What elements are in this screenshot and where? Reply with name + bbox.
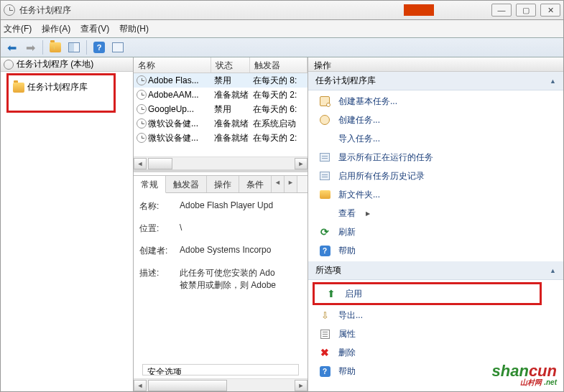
scroll-right-button[interactable]: ► bbox=[295, 158, 308, 169]
toolbar: ⬅ ➡ ↑ ? bbox=[0, 37, 564, 57]
nav-tree: 任务计划程序 (本地) 任务计划程序库 bbox=[1, 57, 134, 391]
task-trigger: 在每天的 6: bbox=[250, 103, 308, 116]
help-icon: ? bbox=[93, 42, 105, 53]
main-area: 任务计划程序 (本地) 任务计划程序库 名称 状态 触发器 Adobe Flas… bbox=[0, 57, 564, 392]
highlight-annotation: ⬆启用 bbox=[313, 282, 542, 305]
arrow-left-icon: ⬅ bbox=[7, 41, 17, 55]
tree-item-library[interactable]: 任务计划程序库 bbox=[11, 80, 111, 95]
back-button[interactable]: ⬅ bbox=[4, 39, 19, 55]
section-label: 所选项 bbox=[315, 264, 341, 276]
tab-scroll-right[interactable]: ► bbox=[285, 176, 297, 192]
up-folder-button[interactable]: ↑ bbox=[47, 39, 63, 55]
list-icon bbox=[320, 153, 330, 162]
new-task-icon bbox=[320, 96, 330, 106]
task-row[interactable]: 微软设备健... 准备就绪 在每天的 2: bbox=[134, 131, 308, 145]
pane1-button[interactable] bbox=[66, 39, 82, 55]
tree-root-label: 任务计划程序 (本地) bbox=[17, 58, 93, 70]
author-value: Adobe Systems Incorpo bbox=[180, 245, 302, 257]
close-button[interactable]: ✕ bbox=[540, 4, 560, 17]
tree-root[interactable]: 任务计划程序 (本地) bbox=[1, 57, 133, 72]
folder-icon bbox=[13, 83, 24, 93]
forward-button: ➡ bbox=[22, 39, 38, 55]
action-view[interactable]: 查看▶ bbox=[308, 204, 563, 223]
clock-icon bbox=[137, 90, 147, 100]
menu-help[interactable]: 帮助(H) bbox=[119, 23, 149, 35]
properties-icon bbox=[320, 330, 330, 339]
task-name: AdobeAAM... bbox=[148, 90, 199, 100]
hscrollbar[interactable]: ◄ ► bbox=[134, 157, 308, 169]
action-show-running[interactable]: 显示所有正在运行的任务 bbox=[308, 148, 563, 167]
scroll-right-button[interactable]: ► bbox=[295, 380, 308, 391]
action-enable-history[interactable]: 启用所有任务历史记录 bbox=[308, 167, 563, 185]
tab-triggers[interactable]: 触发器 bbox=[166, 176, 207, 192]
history-icon bbox=[320, 172, 330, 180]
action-delete[interactable]: ✖删除 bbox=[308, 343, 563, 362]
tab-conditions[interactable]: 条件 bbox=[239, 176, 272, 192]
scroll-thumb[interactable] bbox=[148, 380, 227, 391]
clock-icon bbox=[137, 133, 147, 143]
clock-icon bbox=[4, 60, 14, 70]
separator bbox=[86, 40, 87, 55]
help-icon: ? bbox=[320, 366, 330, 377]
action-help[interactable]: ?帮助 bbox=[308, 241, 563, 260]
scroll-left-button[interactable]: ◄ bbox=[134, 380, 147, 391]
task-trigger: 在系统启动 bbox=[250, 118, 308, 130]
tab-actions[interactable]: 操作 bbox=[207, 176, 239, 192]
action-new-folder[interactable]: 新文件夹... bbox=[308, 185, 563, 204]
action-export[interactable]: ⇩导出... bbox=[308, 306, 563, 325]
action-create-task[interactable]: 创建任务... bbox=[308, 111, 563, 129]
col-trigger[interactable]: 触发器 bbox=[250, 57, 308, 73]
task-status: 禁用 bbox=[211, 75, 250, 87]
task-trigger: 在每天的 2: bbox=[250, 89, 308, 101]
action-import[interactable]: 导入任务... bbox=[308, 129, 563, 148]
task-row[interactable]: Adobe Flas... 禁用 在每天的 8: bbox=[134, 73, 308, 88]
scroll-left-button[interactable]: ◄ bbox=[134, 158, 147, 169]
detail-body: 名称:Adobe Flash Player Upd 位置:\ 创建者:Adobe… bbox=[134, 193, 308, 378]
task-trigger: 在每天的 8: bbox=[250, 75, 308, 87]
menu-file[interactable]: 文件(F) bbox=[4, 23, 32, 35]
detail-pane: 常规 触发器 操作 条件 ◄ ► 名称:Adobe Flash Player U… bbox=[134, 175, 308, 391]
action-enable[interactable]: ⬆启用 bbox=[315, 284, 540, 303]
clock-icon bbox=[137, 104, 147, 114]
section-selected[interactable]: 所选项 ▲ bbox=[308, 261, 563, 280]
section-library[interactable]: 任务计划程序库 ▲ bbox=[308, 72, 563, 90]
help-icon: ? bbox=[320, 246, 330, 256]
action-create-basic[interactable]: 创建基本任务... bbox=[308, 92, 563, 111]
clock-icon bbox=[137, 118, 147, 129]
action-properties[interactable]: 属性 bbox=[308, 325, 563, 343]
action-refresh[interactable]: ⟳刷新 bbox=[308, 223, 563, 241]
tab-scroll-left[interactable]: ◄ bbox=[272, 176, 285, 192]
menu-action[interactable]: 操作(A) bbox=[42, 23, 70, 35]
task-row[interactable]: 微软设备健... 准备就绪 在系统启动 bbox=[134, 116, 308, 131]
task-status: 准备就绪 bbox=[211, 118, 250, 130]
task-row[interactable]: GoogleUp... 禁用 在每天的 6: bbox=[134, 102, 308, 116]
col-name[interactable]: 名称 bbox=[134, 57, 211, 73]
export-icon: ⇩ bbox=[318, 309, 331, 322]
middle-pane: 名称 状态 触发器 Adobe Flas... 禁用 在每天的 8: Adobe… bbox=[134, 57, 308, 391]
menubar: 文件(F) 操作(A) 查看(V) 帮助(H) bbox=[0, 20, 564, 37]
task-status: 禁用 bbox=[211, 103, 250, 116]
tab-general[interactable]: 常规 bbox=[134, 176, 166, 193]
actions-header: 操作 bbox=[308, 57, 563, 72]
folder-up-icon: ↑ bbox=[50, 42, 61, 52]
minimize-button[interactable]: — bbox=[491, 4, 512, 17]
task-status: 准备就绪 bbox=[211, 89, 250, 101]
description-label: 描述: bbox=[139, 267, 180, 291]
detail-hscrollbar[interactable]: ◄ ► bbox=[134, 378, 308, 391]
task-name: 微软设备健... bbox=[148, 118, 198, 130]
scroll-thumb[interactable] bbox=[148, 158, 172, 169]
detail-tabs: 常规 触发器 操作 条件 ◄ ► bbox=[134, 176, 308, 193]
task-rows: Adobe Flas... 禁用 在每天的 8: AdobeAAM... 准备就… bbox=[134, 73, 308, 157]
enable-icon: ⬆ bbox=[325, 287, 338, 300]
maximize-button[interactable]: ▢ bbox=[516, 4, 536, 17]
task-trigger: 在每天的 2: bbox=[250, 132, 308, 144]
menu-view[interactable]: 查看(V) bbox=[80, 23, 109, 35]
pane-right-icon bbox=[112, 42, 124, 52]
task-row[interactable]: AdobeAAM... 准备就绪 在每天的 2: bbox=[134, 88, 308, 102]
pane2-button[interactable] bbox=[110, 39, 126, 55]
section-label: 任务计划程序库 bbox=[315, 75, 376, 87]
col-status[interactable]: 状态 bbox=[211, 57, 250, 73]
help-button[interactable]: ? bbox=[91, 39, 107, 55]
arrow-right-icon: ➡ bbox=[26, 41, 35, 55]
clock-icon bbox=[320, 115, 330, 125]
